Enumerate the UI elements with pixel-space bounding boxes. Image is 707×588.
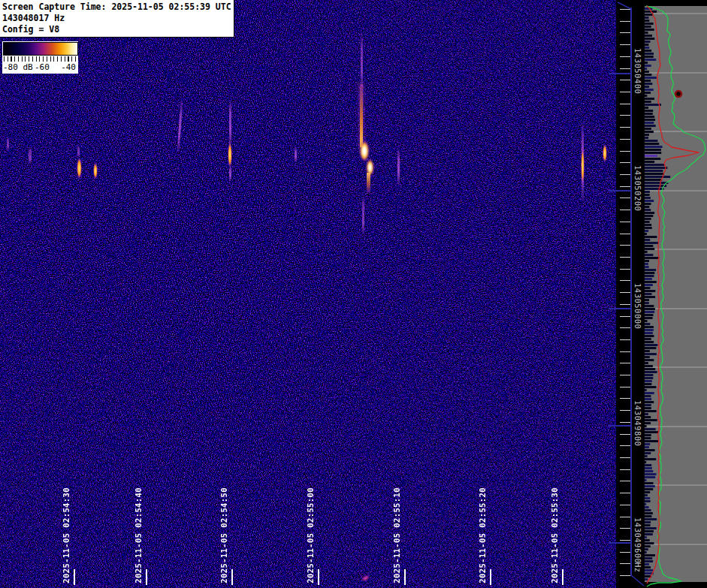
spectrum-noise-bar xyxy=(645,221,650,223)
spectrum-noise-bar xyxy=(645,491,650,493)
meteor-echo-streak-faint xyxy=(77,145,80,157)
spectrum-noise-bar xyxy=(645,296,655,298)
freq-minor-tick xyxy=(620,552,630,553)
spectrum-noise-bar xyxy=(645,401,654,403)
spectrum-noise-bar xyxy=(645,452,651,454)
freq-tick-label: 143049800 xyxy=(633,400,642,446)
spectrum-noise-bar xyxy=(645,119,655,121)
spectrum-noise-bar xyxy=(645,41,651,43)
spectrum-noise-bar xyxy=(645,170,663,172)
spectrogram-waterfall: 2025-11-05 02:54:302025-11-05 02:54:4020… xyxy=(0,0,616,588)
freq-minor-tick xyxy=(620,469,630,470)
spectrum-noise-bar xyxy=(645,524,651,526)
spectrum-noise-bar xyxy=(645,92,651,94)
spectrum-noise-bar xyxy=(645,137,648,139)
spectrum-noise-bar xyxy=(645,122,654,124)
spectrum-noise-bar xyxy=(645,290,655,292)
spectrum-noise-bar xyxy=(645,341,654,343)
spectrum-noise-bar xyxy=(645,512,653,514)
spectrum-noise-bar xyxy=(645,404,651,406)
colorbar-legend: -80 dB -60 -40 xyxy=(2,41,78,74)
freq-minor-tick xyxy=(620,56,630,57)
freq-minor-tick xyxy=(620,210,630,210)
freq-minor-tick xyxy=(620,351,630,352)
spectrum-noise-bar xyxy=(645,323,650,325)
spectrum-noise-bar xyxy=(645,239,650,241)
spectrum-noise-bar xyxy=(645,311,654,313)
spectrum-noise-bar xyxy=(645,77,657,79)
spectrum-noise-bar xyxy=(645,191,650,193)
meteor-echo-blob-orange xyxy=(603,143,607,163)
spectrum-noise-bar xyxy=(645,386,656,388)
spectrum-noise-bar xyxy=(645,98,654,100)
spectrum-noise-bar xyxy=(645,209,651,211)
spectrum-noise-bar xyxy=(645,263,648,265)
spectrum-noise-bar xyxy=(645,131,654,133)
colorbar-label-min: -80 dB xyxy=(3,62,33,72)
freq-minor-tick xyxy=(620,198,630,198)
spectrum-noise-bar xyxy=(645,143,659,145)
spectrum-noise-bar xyxy=(645,449,655,451)
spectrum-noise-bar xyxy=(645,140,657,142)
spectrum-noise-bar xyxy=(645,203,651,205)
spectrum-noise-bar xyxy=(645,539,650,541)
spectrum-noise-bar xyxy=(645,116,654,118)
freq-minor-tick xyxy=(620,92,630,92)
spectrum-noise-bar xyxy=(645,533,653,535)
spectrum-noise-bar xyxy=(645,365,653,367)
config-line: Config = V8 xyxy=(2,24,231,35)
spectrum-noise-bar xyxy=(645,233,647,235)
spectrum-noise-bar xyxy=(645,356,650,358)
time-tick-label: 2025-11-05 02:54:30 xyxy=(62,487,71,583)
spectrum-noise-bar xyxy=(645,563,649,565)
spectrum-noise-bar xyxy=(645,182,668,184)
spectrum-noise-bar xyxy=(645,320,648,322)
spectrum-noise-bar xyxy=(645,80,651,82)
freq-minor-tick xyxy=(620,363,630,363)
spectrum-noise-bar xyxy=(645,125,656,127)
meteor-echo-streak-purple xyxy=(397,149,400,185)
spectrum-noise-bar xyxy=(645,383,651,385)
spectrum-noise-bar xyxy=(645,155,657,157)
spectrum-noise-bar xyxy=(645,278,652,280)
time-tick xyxy=(318,569,319,585)
spectrum-noise-bar xyxy=(645,458,656,460)
spectrum-noise-bar xyxy=(645,65,651,67)
freq-minor-tick xyxy=(620,139,630,140)
spectrum-noise-bar xyxy=(645,284,653,286)
meteor-echo-blob-orange xyxy=(228,141,232,168)
spectrum-noise-bar xyxy=(645,236,657,238)
spectrum-noise-bar xyxy=(645,152,661,154)
spectrum-noise-bar xyxy=(645,275,654,277)
spectrum-noise-bar xyxy=(645,437,651,439)
spectrum-noise-bar xyxy=(645,377,653,379)
freq-minor-tick xyxy=(620,80,630,80)
spectrum-noise-bar xyxy=(645,38,654,40)
spectrum-noise-bar xyxy=(645,335,654,337)
freq-minor-tick xyxy=(620,292,630,293)
freq-minor-tick xyxy=(620,398,630,399)
freq-minor-tick xyxy=(620,327,630,328)
spectrum-noise-bar xyxy=(645,107,648,109)
spectrum-noise-bar xyxy=(645,50,651,52)
spectrum-noise-bar xyxy=(645,410,657,412)
freq-minor-tick xyxy=(620,528,630,529)
meteor-echo-blob-orange xyxy=(93,162,98,179)
freq-minor-tick xyxy=(620,434,630,435)
spectrum-noise-bar xyxy=(645,62,648,64)
freq-minor-tick xyxy=(620,316,630,317)
spectrum-noise-bar xyxy=(645,230,648,232)
spectrum-noise-bar xyxy=(645,161,654,163)
freq-major-tick xyxy=(609,425,630,427)
spectrum-noise-bar xyxy=(645,521,651,523)
spectrum-noise-bar xyxy=(645,548,648,550)
spectrum-noise-bar xyxy=(645,473,657,475)
spectrum-noise-bar xyxy=(645,218,651,220)
spectrum-noise-bar xyxy=(645,545,651,547)
spectrum-noise-bar xyxy=(645,59,656,61)
spectrum-noise-bar xyxy=(645,224,651,226)
spectrum-noise-bar xyxy=(645,17,649,19)
freq-minor-tick xyxy=(620,186,630,187)
freq-minor-tick xyxy=(620,245,630,246)
spectrum-side-panel xyxy=(645,0,707,588)
